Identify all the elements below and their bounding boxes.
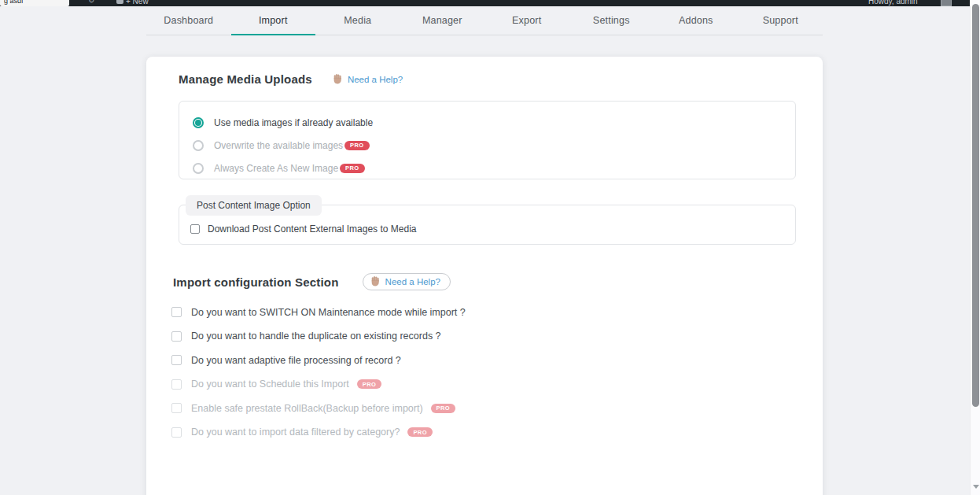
main-card: Manage Media Uploads Need a Help? Use me…: [146, 57, 823, 495]
option-label: Do you want to SWITCH ON Maintenance mod…: [191, 307, 466, 318]
scrollbar-thumb[interactable]: [972, 4, 979, 407]
howdy-label[interactable]: Howdy, admin: [868, 0, 918, 6]
checkbox-disabled-icon: [171, 403, 182, 413]
new-menu-item[interactable]: + New: [126, 0, 149, 6]
option-label: Enable safe prestate RollBack(Backup bef…: [191, 403, 423, 414]
scrollbar-track[interactable]: [970, 0, 980, 495]
checkbox-disabled-icon: [171, 379, 182, 390]
hand-icon: [333, 74, 343, 84]
tab-label: Import: [259, 15, 288, 26]
post-content-group: Post Content Image Option Download Post …: [179, 205, 796, 245]
site-name-box[interactable]: g asdf: [0, 0, 69, 6]
tab-label: Addons: [679, 15, 713, 26]
option-rollback[interactable]: Enable safe prestate RollBack(Backup bef…: [171, 403, 823, 413]
radio-option-overwrite[interactable]: Overwrite the available images PRO: [193, 134, 795, 157]
tab-label: Export: [512, 15, 541, 26]
checkbox-unchecked-icon[interactable]: [171, 307, 182, 317]
post-content-group-label: Post Content Image Option: [186, 195, 322, 216]
tab-media[interactable]: Media: [315, 6, 400, 35]
section-title-media: Manage Media Uploads: [179, 72, 312, 86]
option-schedule-import[interactable]: Do you want to Schedule this Import PRO: [171, 379, 823, 390]
option-label: Do you want to Schedule this Import: [191, 379, 349, 390]
radio-option-create-new[interactable]: Always Create As New Image PRO: [193, 157, 795, 179]
tab-export[interactable]: Export: [484, 6, 569, 35]
need-help-link-media[interactable]: Need a Help?: [333, 74, 403, 84]
tab-settings[interactable]: Settings: [569, 6, 654, 35]
avatar[interactable]: [941, 0, 952, 6]
download-external-images-option[interactable]: Download Post Content External Images to…: [190, 223, 795, 235]
checkbox-unchecked-icon[interactable]: [171, 331, 182, 342]
tab-support[interactable]: Support: [739, 6, 823, 35]
config-options-list: Do you want to SWITCH ON Maintenance mod…: [171, 307, 823, 438]
plugin-nav: Dashboard Import Media Manager Export Se…: [146, 6, 823, 35]
pro-badge: PRO: [340, 164, 364, 173]
site-name: g asdf: [4, 0, 24, 5]
option-label: Do you want to import data filtered by c…: [191, 427, 400, 438]
checkbox-unchecked-icon[interactable]: [190, 224, 200, 234]
tab-dashboard[interactable]: Dashboard: [146, 6, 231, 35]
radio-label: Always Create As New Image: [214, 163, 338, 174]
scroll-down-arrow-icon[interactable]: [973, 485, 979, 489]
option-maintenance-mode[interactable]: Do you want to SWITCH ON Maintenance mod…: [171, 307, 823, 317]
checkbox-label: Download Post Content External Images to…: [208, 223, 416, 235]
tab-label: Manager: [422, 15, 462, 26]
need-help-button-config[interactable]: Need a Help?: [363, 273, 451, 290]
option-label: Do you want adaptive file processing of …: [191, 355, 401, 366]
need-help-label: Need a Help?: [348, 75, 403, 84]
tab-label: Support: [763, 15, 798, 26]
updates-icon[interactable]: ↻: [88, 0, 94, 5]
wp-admin-bar: g asdf ↻ + New Howdy, admin: [0, 0, 970, 6]
radio-selected-icon[interactable]: [193, 117, 204, 128]
tab-label: Settings: [593, 15, 630, 26]
option-handle-duplicates[interactable]: Do you want to handle the duplicate on e…: [171, 331, 823, 342]
tab-addons[interactable]: Addons: [654, 6, 739, 35]
tab-manager[interactable]: Manager: [400, 6, 485, 35]
pro-badge: PRO: [357, 379, 381, 389]
option-adaptive-processing[interactable]: Do you want adaptive file processing of …: [171, 355, 823, 365]
tab-label: Dashboard: [164, 15, 213, 26]
tab-import[interactable]: Import: [231, 6, 316, 35]
option-filter-by-category[interactable]: Do you want to import data filtered by c…: [171, 427, 823, 438]
radio-label: Overwrite the available images: [214, 140, 343, 151]
radio-unselected-icon[interactable]: [193, 140, 204, 151]
checkbox-unchecked-icon[interactable]: [171, 355, 182, 365]
radio-unselected-icon[interactable]: [193, 163, 204, 174]
section-title-config: Import configuration Section: [173, 275, 339, 289]
media-options-box: Use media images if already available Ov…: [179, 101, 796, 179]
need-help-label: Need a Help?: [385, 277, 440, 286]
radio-option-use-existing[interactable]: Use media images if already available: [193, 111, 795, 134]
checkbox-disabled-icon: [171, 427, 182, 438]
pro-badge: PRO: [431, 404, 455, 413]
hand-icon: [370, 276, 381, 286]
radio-label: Use media images if already available: [214, 117, 373, 128]
media-section-header: Manage Media Uploads Need a Help?: [179, 72, 823, 86]
config-section-header: Import configuration Section Need a Help…: [173, 273, 823, 290]
pro-badge: PRO: [407, 427, 432, 437]
tab-label: Media: [344, 15, 371, 26]
option-label: Do you want to handle the duplicate on e…: [191, 331, 441, 342]
pro-badge: PRO: [344, 141, 369, 150]
comments-icon[interactable]: [116, 0, 123, 4]
